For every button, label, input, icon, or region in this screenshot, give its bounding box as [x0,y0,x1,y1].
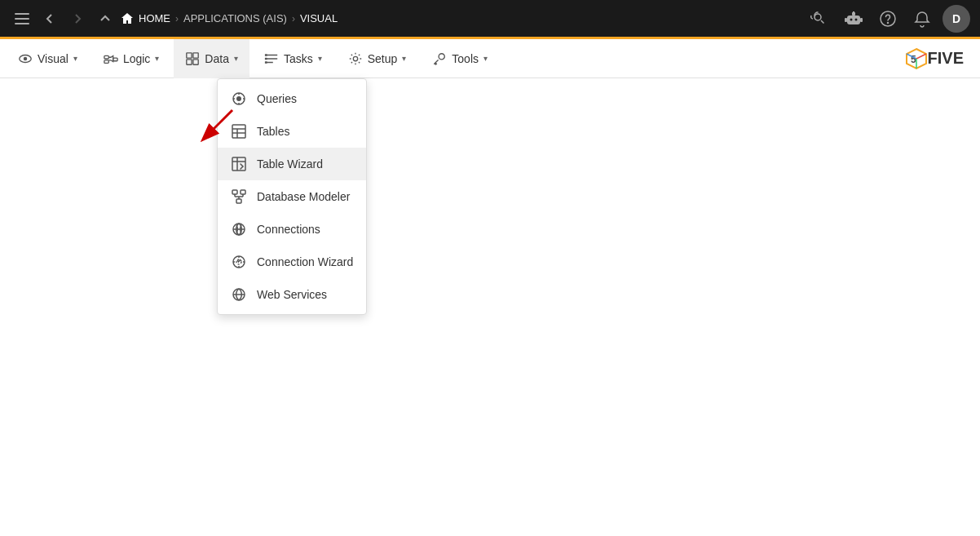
setup-dropdown-arrow: ▾ [402,54,406,63]
nav-bar: Visual ▾ Logic ▾ Data ▾ Tasks [0,39,980,78]
five-logo: 5 FIVE [905,47,973,70]
svg-rect-18 [187,52,192,57]
dropdown-label-web-services: Web Services [257,288,327,301]
dropdown-label-connections: Connections [257,223,320,236]
svg-rect-24 [265,61,267,64]
svg-rect-42 [236,199,241,203]
dropdown-item-web-services[interactable]: Web Services [218,278,366,311]
five-logo-text: FIVE [928,49,964,68]
svg-point-6 [855,18,858,20]
dropdown-label-connection-wizard: Connection Wizard [257,255,353,268]
main-content [0,78,980,536]
dropdown-label-table-wizard: Table Wizard [257,157,323,171]
grid-icon [185,51,200,66]
nav-item-visual[interactable]: Visual ▾ [7,39,89,78]
tools-dropdown-arrow: ▾ [483,54,488,63]
svg-rect-33 [232,125,245,138]
nav-label-visual: Visual [38,52,68,65]
nav-label-tools: Tools [452,52,479,65]
svg-rect-21 [193,59,198,64]
svg-point-32 [236,96,241,101]
dropdown-item-table-wizard[interactable]: Table Wizard [218,148,366,180]
svg-point-5 [850,18,853,20]
setup-gear-icon [348,51,363,66]
svg-rect-0 [15,13,29,15]
breadcrumb-chevron-2: › [292,13,295,24]
breadcrumb-visual[interactable]: VISUAL [300,12,338,24]
nav-item-tasks[interactable]: Tasks ▾ [253,39,333,78]
svg-rect-22 [265,54,267,56]
nav-label-logic: Logic [123,52,150,65]
dropdown-item-database-modeler[interactable]: Database Modeler [218,180,366,213]
svg-point-25 [353,56,357,60]
up-icon[interactable] [93,7,117,31]
bell-icon[interactable] [908,5,936,33]
table-wizard-icon [231,156,247,172]
svg-rect-41 [241,190,245,194]
svg-rect-9 [845,18,847,22]
nav-label-data: Data [205,52,229,65]
svg-rect-40 [232,190,237,194]
svg-rect-20 [187,59,192,64]
visual-dropdown-arrow: ▾ [73,54,77,63]
dropdown-label-queries: Queries [257,92,297,105]
svg-rect-16 [104,60,108,63]
dropdown-item-connection-wizard[interactable]: Connection Wizard [218,246,366,278]
svg-rect-10 [860,18,863,22]
data-dropdown-menu: Queries Tables Table Wizard [217,78,367,315]
bot-icon[interactable] [840,5,867,33]
queries-icon [231,91,247,107]
svg-rect-19 [193,52,198,57]
hamburger-icon[interactable] [10,7,34,31]
svg-point-14 [24,56,28,60]
cloud-search-icon[interactable] [806,5,833,33]
dropdown-label-tables: Tables [257,125,289,138]
svg-text:5: 5 [911,54,916,65]
breadcrumb-ais-label: APPLICATIONS (AIS) [183,12,287,24]
svg-point-11 [881,11,895,26]
svg-point-3 [814,14,821,20]
svg-rect-37 [232,157,245,171]
web-services-icon [231,286,247,303]
breadcrumb-ais[interactable]: APPLICATIONS (AIS) [183,12,287,24]
breadcrumb-visual-label: VISUAL [300,12,338,24]
logic-icon [104,51,118,66]
breadcrumb-home-label: HOME [139,12,170,24]
nav-label-tasks: Tasks [284,52,313,65]
breadcrumb-chevron-1: › [175,13,179,24]
breadcrumb-home[interactable]: HOME [121,12,170,25]
nav-item-setup[interactable]: Setup ▾ [337,39,418,78]
svg-rect-1 [15,18,29,20]
top-bar-left: HOME › APPLICATIONS (AIS) › VISUAL [10,7,799,31]
database-modeler-icon [231,188,247,205]
forward-icon[interactable] [65,7,90,31]
dropdown-item-connections[interactable]: Connections [218,213,366,246]
data-dropdown-arrow: ▾ [234,54,238,63]
svg-rect-2 [15,23,29,24]
avatar[interactable]: D [942,5,970,33]
help-icon[interactable] [874,5,902,33]
dropdown-label-database-modeler: Database Modeler [257,190,350,203]
svg-line-29 [916,54,926,59]
svg-rect-15 [104,55,108,59]
logic-dropdown-arrow: ▾ [155,54,159,63]
connection-wizard-icon [231,254,247,270]
top-bar-right: D [806,5,970,33]
eye-icon [18,51,33,66]
nav-item-data[interactable]: Data ▾ [174,39,249,78]
breadcrumb: HOME › APPLICATIONS (AIS) › VISUAL [121,12,338,25]
dropdown-item-tables[interactable]: Tables [218,115,366,148]
svg-point-12 [888,22,889,23]
dropdown-item-queries[interactable]: Queries [218,82,366,115]
tasks-icon [264,51,279,66]
back-icon[interactable] [38,7,62,31]
nav-label-setup: Setup [368,52,398,65]
nav-item-logic[interactable]: Logic ▾ [92,39,170,78]
svg-rect-4 [847,16,860,24]
tasks-dropdown-arrow: ▾ [318,54,322,63]
svg-rect-23 [265,57,267,60]
svg-rect-8 [853,11,854,13]
nav-item-tools[interactable]: Tools ▾ [421,39,499,78]
svg-rect-17 [113,58,117,61]
tables-icon [231,123,247,140]
